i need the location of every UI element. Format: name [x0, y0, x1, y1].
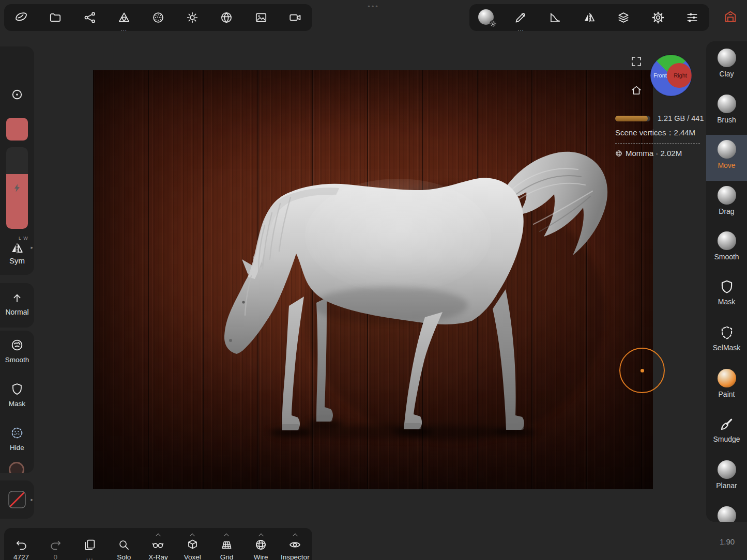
remesh-button[interactable]: [141, 4, 175, 31]
window-drag-handle[interactable]: •••: [368, 3, 379, 10]
voxel-toggle[interactable]: Voxel: [175, 533, 209, 560]
material-button[interactable]: [469, 4, 504, 31]
tool-label: Smooth: [714, 253, 739, 261]
tool-label: Planar: [716, 481, 737, 490]
symmetry-button[interactable]: [572, 4, 606, 31]
smudge-brush-icon: [719, 416, 735, 432]
wireframe-sphere-icon: [254, 538, 267, 551]
normal-mode-label: Normal: [5, 308, 28, 316]
interface-button[interactable]: [675, 4, 709, 31]
top-right-toolbar: ...: [469, 4, 709, 31]
wire-toggle[interactable]: Wire: [244, 533, 278, 560]
grid-toggle[interactable]: Grid: [209, 533, 243, 560]
smooth-sphere-icon: [718, 231, 736, 250]
undo-button[interactable]: 4727: [4, 533, 38, 560]
red-kiln-icon: [723, 9, 738, 24]
tool-label: Clay: [719, 70, 734, 78]
eye-icon: [288, 538, 301, 551]
move-sphere-icon: [718, 140, 736, 159]
tool-label: Brush: [717, 116, 736, 124]
drag-sphere-icon: [718, 186, 736, 205]
grid-icon: [220, 538, 233, 551]
notes-more-dots: ...: [86, 553, 93, 560]
sym-mode-label: L W: [19, 236, 28, 241]
material-gear-icon: [489, 20, 497, 28]
sym-flyout-arrow-icon[interactable]: ▸: [31, 245, 33, 250]
inspector-toggle[interactable]: Inspector: [278, 533, 312, 560]
tool-planar[interactable]: Planar: [706, 455, 747, 501]
fullscreen-button[interactable]: [630, 55, 643, 70]
mask-quick-button[interactable]: Mask: [0, 375, 34, 418]
tool-brush[interactable]: Brush: [706, 89, 747, 135]
folder-icon: [49, 11, 62, 24]
inspector-label: Inspector: [281, 553, 310, 560]
home-view-button[interactable]: [630, 84, 643, 99]
bake-history-button[interactable]: [720, 6, 741, 27]
hide-quick-button[interactable]: Hide: [0, 418, 34, 462]
environment-button[interactable]: [209, 4, 243, 31]
selmask-shield-icon: [719, 324, 735, 341]
partial-sphere-icon: [718, 506, 736, 522]
active-mesh-row[interactable]: Momma · 2.02M: [615, 149, 706, 158]
tool-list-panel: Clay Brush Move Drag Smooth Mask SelMask…: [706, 41, 747, 522]
material-flyout-arrow-icon[interactable]: ▸: [31, 497, 33, 502]
tool-partial[interactable]: [706, 501, 747, 522]
settings-button[interactable]: [641, 4, 675, 31]
topology-button[interactable]: ...: [107, 4, 141, 31]
radius-button[interactable]: [10, 88, 24, 103]
tool-move[interactable]: Move: [706, 135, 747, 181]
background-image-button[interactable]: [244, 4, 278, 31]
undo-count: 4727: [13, 553, 29, 560]
lighting-button[interactable]: [175, 4, 209, 31]
redo-button[interactable]: 0: [38, 533, 72, 560]
bottom-toolbar: 4727 0 ... Solo X-Ray Voxel: [4, 528, 312, 560]
smooth-quick-button[interactable]: Smooth: [0, 331, 34, 375]
memory-row: 1.21 GB / 441 MB: [615, 114, 706, 122]
pencil-icon: [514, 11, 527, 24]
tool-selmask[interactable]: SelMask: [706, 318, 747, 364]
files-button[interactable]: [38, 4, 72, 31]
glasses-icon: [151, 538, 164, 551]
stroke-button[interactable]: ...: [504, 4, 538, 31]
quick-tools-panel: Smooth Mask Hide: [0, 331, 34, 473]
tool-paint[interactable]: Paint: [706, 364, 747, 410]
tool-mask[interactable]: Mask: [706, 272, 747, 318]
undo-arrow-icon: [15, 538, 28, 551]
scene-graph-button[interactable]: [72, 4, 106, 31]
memory-gauge-fill: [615, 116, 648, 121]
material-off-button[interactable]: [0, 480, 34, 519]
falloff-button[interactable]: [538, 4, 572, 31]
gear-icon: [651, 11, 665, 24]
intensity-slider[interactable]: [6, 147, 28, 229]
layers-button[interactable]: [606, 4, 641, 31]
mask-shield-icon: [719, 278, 735, 295]
orientation-gizmo[interactable]: Front Right: [649, 54, 693, 97]
tool-label: Paint: [719, 390, 735, 398]
xray-toggle[interactable]: X-Ray: [141, 533, 175, 560]
camera-button[interactable]: [278, 4, 312, 31]
scene-graph-icon: [83, 11, 97, 24]
gizmo-right-label: Right: [674, 72, 687, 79]
stroke-mode-panel[interactable]: Normal: [0, 283, 34, 328]
tool-smudge[interactable]: Smudge: [706, 410, 747, 456]
tool-drag[interactable]: Drag: [706, 181, 747, 227]
topology-more-dots: ...: [121, 27, 127, 31]
shield-icon: [10, 382, 24, 396]
smooth-ball-icon: [10, 338, 24, 352]
app-logo-button[interactable]: [4, 4, 38, 31]
gizmo-sphere-icon: Front Right: [649, 54, 693, 97]
radius-circle-icon: [10, 88, 24, 101]
solo-toggle[interactable]: Solo: [107, 533, 141, 560]
arrow-up-icon: [10, 291, 24, 305]
dotted-selection-icon: [10, 426, 24, 440]
tool-label: SelMask: [713, 344, 741, 352]
notes-button[interactable]: ...: [72, 533, 106, 560]
tool-smooth[interactable]: Smooth: [706, 226, 747, 272]
tool-clay[interactable]: Clay: [706, 43, 747, 89]
sym-label: Sym: [0, 256, 34, 265]
sym-button[interactable]: [10, 241, 24, 258]
planar-sphere-icon: [718, 460, 736, 479]
sculpt-viewport[interactable]: [93, 70, 653, 489]
radius-slider[interactable]: [6, 118, 28, 141]
partial-tool-ball-icon[interactable]: [9, 462, 24, 473]
